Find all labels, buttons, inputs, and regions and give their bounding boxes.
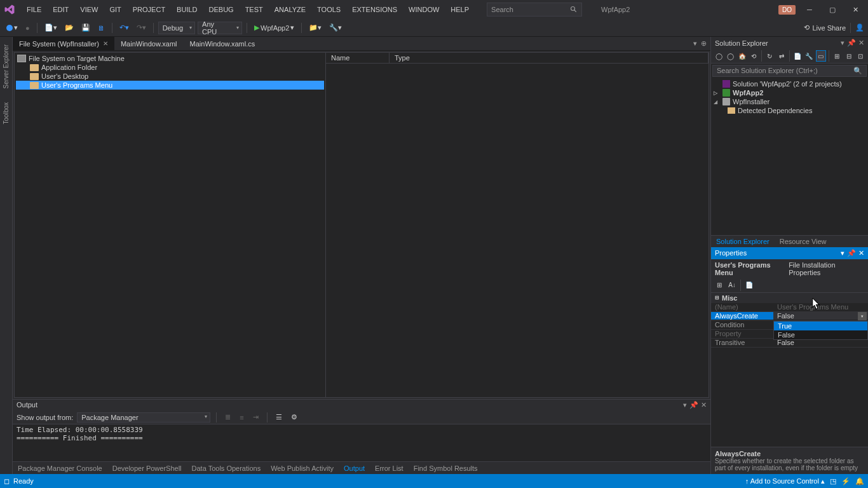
se-tab[interactable]: Solution Explorer <box>711 236 775 247</box>
detected-dependencies-node[interactable]: Detected Dependencies <box>712 106 867 115</box>
tab-overflow-icon[interactable]: ▾ <box>693 39 697 48</box>
menu-debug[interactable]: DEBUG <box>204 3 239 16</box>
dropdown-item[interactable]: False <box>774 330 867 339</box>
fs-folder-node[interactable]: User's Programs Menu <box>16 81 324 90</box>
undo-button[interactable]: ↶▾ <box>117 22 132 33</box>
bottom-tab[interactable]: Data Tools Operations <box>187 463 266 473</box>
menu-git[interactable]: GIT <box>104 3 126 16</box>
source-control-button[interactable]: ↑ Add to Source Control ▴ <box>745 477 825 485</box>
menu-view[interactable]: VIEW <box>75 3 103 16</box>
dropdown-item[interactable]: True <box>774 322 867 330</box>
live-share-button[interactable]: Live Share <box>812 24 846 32</box>
doc-tab[interactable]: MainWindow.xaml <box>114 37 184 50</box>
property-row[interactable]: (Name)User's Programs Menu <box>711 303 868 312</box>
se-refresh-button[interactable]: ↻ <box>764 50 775 62</box>
bottom-tab[interactable]: Find Symbol Results <box>409 463 483 473</box>
se-search[interactable]: Search Solution Explorer (Ctrl+;) 🔍 <box>712 65 867 77</box>
user-badge[interactable]: DO <box>778 5 796 15</box>
minimize-button[interactable]: ─ <box>801 3 818 16</box>
fs-folder-node[interactable]: Application Folder <box>16 63 324 72</box>
bottom-tab[interactable]: Error List <box>370 463 409 473</box>
browse-button[interactable]: 📁▾ <box>306 22 324 33</box>
menu-edit[interactable]: EDIT <box>48 3 74 16</box>
platform-combo[interactable]: Any CPU <box>198 22 242 34</box>
output-pin-icon[interactable]: 📌 <box>689 401 698 409</box>
solution-node[interactable]: Solution 'WpfApp2' (2 of 2 projects) <box>712 79 867 88</box>
output-body[interactable]: Time Elapsed: 00:00:00.8558339 =========… <box>13 424 710 461</box>
close-icon[interactable]: ✕ <box>103 40 108 47</box>
se-sync-button[interactable]: ⟲ <box>749 50 759 62</box>
doc-tab[interactable]: MainWindow.xaml.cs <box>184 37 262 50</box>
project-node-wpfinstaller[interactable]: ◢ WpfInstaller <box>712 97 867 106</box>
se-view3-button[interactable]: ⊡ <box>855 50 865 62</box>
se-dropdown-icon[interactable]: ▾ <box>841 39 844 47</box>
close-window-button[interactable]: ✕ <box>846 3 864 16</box>
tab-settings-icon[interactable]: ⊕ <box>701 39 707 48</box>
property-row[interactable]: AlwaysCreateFalse▾ <box>711 312 868 321</box>
nav-forward-button[interactable]: ● <box>23 23 32 33</box>
se-fwd-button[interactable]: ◯ <box>725 50 735 62</box>
fs-root-node[interactable]: File System on Target Machine <box>16 54 324 63</box>
props-dropdown-icon[interactable]: ▾ <box>841 249 844 257</box>
feedback-icon[interactable]: 👤 <box>855 24 864 32</box>
start-button[interactable]: ▶ WpfApp2 ▾ <box>252 22 297 33</box>
notifications-icon[interactable]: ◳ <box>830 477 836 485</box>
se-home-button[interactable]: 🏠 <box>737 50 747 62</box>
registry-button[interactable]: 🔧▾ <box>327 22 344 33</box>
dropdown-arrow-icon[interactable]: ▾ <box>858 312 867 320</box>
side-tab-server-explorer[interactable]: Server Explorer <box>1 41 11 92</box>
bottom-tab[interactable]: Developer PowerShell <box>107 463 187 473</box>
se-properties-button[interactable]: 🔧 <box>804 50 814 62</box>
props-pages-button[interactable]: 📄 <box>743 280 755 291</box>
open-file-button[interactable]: 📂 <box>62 22 76 33</box>
se-close-icon[interactable]: ✕ <box>858 39 864 47</box>
config-combo[interactable]: Debug <box>158 22 195 34</box>
output-tools-button[interactable]: ⚙ <box>288 412 300 423</box>
project-node-wpfapp2[interactable]: ▷ WpfApp2 <box>712 88 867 97</box>
output-find-button[interactable]: ☰ <box>273 412 285 423</box>
menu-help[interactable]: HELP <box>445 3 474 16</box>
fs-folder-node[interactable]: User's Desktop <box>16 72 324 81</box>
menu-build[interactable]: BUILD <box>172 3 202 16</box>
menu-test[interactable]: TEST <box>240 3 268 16</box>
redo-button[interactable]: ↷▾ <box>134 22 149 33</box>
se-tab[interactable]: Resource View <box>775 236 832 247</box>
props-alpha-button[interactable]: A↓ <box>726 280 738 291</box>
bottom-tab[interactable]: Output <box>339 463 370 473</box>
sb-icon-2[interactable]: 🔔 <box>855 477 864 485</box>
output-wrap-button[interactable]: ⇥ <box>250 412 261 423</box>
menu-analyze[interactable]: ANALYZE <box>269 3 311 16</box>
property-row[interactable]: TransitiveFalse <box>711 339 868 348</box>
sb-icon-1[interactable]: ⚡ <box>841 477 850 485</box>
save-all-button[interactable]: 🗎 <box>95 23 107 33</box>
se-collapse-button[interactable]: ⇄ <box>776 50 787 62</box>
menu-tools[interactable]: TOOLS <box>312 3 346 16</box>
props-categorized-button[interactable]: ⊞ <box>714 280 725 291</box>
props-pin-icon[interactable]: 📌 <box>847 249 856 257</box>
menu-project[interactable]: PROJECT <box>128 3 170 16</box>
se-view1-button[interactable]: ⊞ <box>832 50 842 62</box>
bottom-tab[interactable]: Web Publish Activity <box>266 463 339 473</box>
menu-extensions[interactable]: EXTENSIONS <box>347 3 402 16</box>
nav-back-button[interactable]: ▾ <box>4 22 20 33</box>
col-name[interactable]: Name <box>326 53 390 63</box>
output-dropdown-icon[interactable]: ▾ <box>683 401 687 409</box>
menu-file[interactable]: FILE <box>22 3 46 16</box>
new-project-button[interactable]: 📄▾ <box>42 22 60 33</box>
se-view2-button[interactable]: ⊟ <box>843 50 853 62</box>
bottom-tab[interactable]: Package Manager Console <box>13 463 107 473</box>
output-toggle-button[interactable]: ≡ <box>237 412 246 423</box>
side-tab-toolbox[interactable]: Toolbox <box>1 98 11 128</box>
se-pin-icon[interactable]: 📌 <box>847 39 856 47</box>
save-button[interactable]: 💾 <box>79 22 93 33</box>
col-type[interactable]: Type <box>390 53 709 63</box>
output-close-icon[interactable]: ✕ <box>701 401 707 409</box>
se-preview-button[interactable]: ▭ <box>816 50 827 62</box>
search-box[interactable]: Search <box>487 3 582 17</box>
output-source-combo[interactable]: Package Manager <box>77 412 210 423</box>
se-showall-button[interactable]: 📄 <box>792 50 803 62</box>
props-object-header[interactable]: User's Programs Menu File Installation P… <box>711 259 868 278</box>
menu-window[interactable]: WINDOW <box>403 3 444 16</box>
se-back-button[interactable]: ◯ <box>714 50 724 62</box>
output-clear-button[interactable]: ≣ <box>222 412 233 423</box>
